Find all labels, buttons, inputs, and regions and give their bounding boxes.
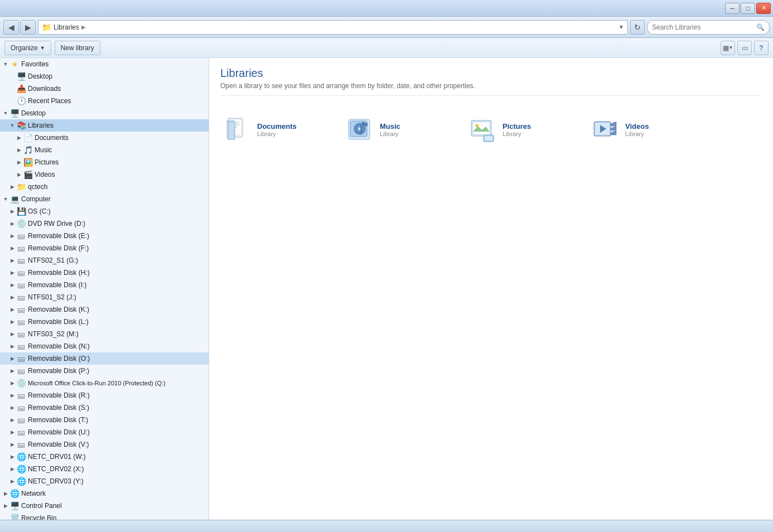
sidebar-item-computer[interactable]: ▼ 💻 Computer xyxy=(0,193,209,205)
computer-expand-icon: ▼ xyxy=(2,196,9,202)
computer-icon: 💻 xyxy=(10,195,19,204)
layout-button[interactable]: ▭ xyxy=(737,41,752,55)
page-title: Libraries xyxy=(220,67,762,80)
qctech-label: qctech xyxy=(28,183,47,191)
organize-button[interactable]: Organize ▼ xyxy=(4,41,51,55)
sidebar-item-rem-p[interactable]: ▶ 🖴 Removable Disk (P:) xyxy=(0,365,209,377)
ntfs-g-label: NTFS02_S1 (G:) xyxy=(28,257,78,264)
library-item-pictures[interactable]: Pictures Library xyxy=(466,113,577,146)
qctech-expand-icon: ▶ xyxy=(9,183,16,190)
control-panel-expand-icon: ▶ xyxy=(2,502,9,509)
minimize-button[interactable]: ─ xyxy=(725,3,740,14)
address-path: Libraries ▶ xyxy=(54,23,86,31)
library-item-videos[interactable]: Videos Library xyxy=(588,113,700,146)
sidebar-item-music[interactable]: ▶ 🎵 Music xyxy=(0,144,209,156)
rem-u-expand-icon: ▶ xyxy=(9,429,16,436)
sidebar-item-recent-places[interactable]: 🕐 Recent Places xyxy=(0,95,209,107)
sidebar-item-ms-office-q[interactable]: ▶ 💿 Microsoft Office Click-to-Run 2010 (… xyxy=(0,377,209,389)
view-arrow: ▼ xyxy=(729,45,733,50)
sidebar-item-rem-i[interactable]: ▶ 🖴 Removable Disk (I:) xyxy=(0,279,209,291)
forward-button[interactable]: ▶ xyxy=(20,20,36,35)
sidebar-item-netc-x[interactable]: ▶ 🌐 NETC_DRV02 (X:) xyxy=(0,463,209,475)
rem-t-icon: 🖴 xyxy=(17,415,26,424)
sidebar-item-rem-s[interactable]: ▶ 🖴 Removable Disk (S:) xyxy=(0,402,209,414)
sidebar-item-ntfs-m[interactable]: ▶ 🖴 NTFS03_S2 (M:) xyxy=(0,328,209,340)
sidebar-item-qctech[interactable]: ▶ 📁 qctech xyxy=(0,181,209,193)
sidebar-item-videos[interactable]: ▶ 🎬 Videos xyxy=(0,168,209,181)
sidebar-item-control-panel[interactable]: ▶ 🖥️ Control Panel xyxy=(0,500,209,512)
recent-label: Recent Places xyxy=(28,97,71,105)
address-box[interactable]: 📁 Libraries ▶ ▼ xyxy=(38,20,628,35)
rem-e-label: Removable Disk (E:) xyxy=(28,232,89,240)
music-label: Music xyxy=(35,146,52,154)
search-input[interactable] xyxy=(652,23,754,31)
computer-label: Computer xyxy=(21,195,51,203)
refresh-button[interactable]: ↻ xyxy=(630,20,645,35)
sidebar-item-desktop[interactable]: 🖥️ Desktop xyxy=(0,70,209,83)
sidebar-item-pictures[interactable]: ▶ 🖼️ Pictures xyxy=(0,156,209,168)
rem-r-expand-icon: ▶ xyxy=(9,392,16,399)
toolbar: Organize ▼ New library ▦ ▼ ▭ ? xyxy=(0,38,773,58)
desktop-label: Desktop xyxy=(28,72,52,80)
sidebar-item-recycle-bin[interactable]: 🗑️ Recycle Bin xyxy=(0,512,209,520)
sidebar-item-rem-r[interactable]: ▶ 🖴 Removable Disk (R:) xyxy=(0,389,209,402)
sidebar-item-ntfs-g[interactable]: ▶ 🖴 NTFS02_S1 (G:) xyxy=(0,254,209,267)
sidebar-item-documents[interactable]: ▶ 📄 Documents xyxy=(0,132,209,144)
library-item-music[interactable]: Music Library xyxy=(343,113,455,146)
sidebar-item-rem-o[interactable]: ▶ 🖴 Removable Disk (O:) xyxy=(0,352,209,365)
downloads-expand-icon xyxy=(9,85,16,92)
search-box[interactable]: 🔍 xyxy=(647,20,770,35)
sidebar-item-rem-u[interactable]: ▶ 🖴 Removable Disk (U:) xyxy=(0,426,209,438)
netc-w-icon: 🌐 xyxy=(17,452,26,461)
library-item-documents[interactable]: Documents Library xyxy=(220,113,332,146)
help-button[interactable]: ? xyxy=(754,41,769,55)
sidebar-item-netc-y[interactable]: ▶ 🌐 NETC_DRV03 (Y:) xyxy=(0,475,209,487)
close-button[interactable]: ✕ xyxy=(756,3,771,14)
organize-label: Organize xyxy=(11,44,38,52)
sidebar-item-desktop-group[interactable]: ▼ 🖥️ Desktop xyxy=(0,107,209,119)
sidebar-item-rem-n[interactable]: ▶ 🖴 Removable Disk (N:) xyxy=(0,340,209,352)
sidebar-item-netc-w[interactable]: ▶ 🌐 NETC_DRV01 (W:) xyxy=(0,451,209,463)
main-content: ▼ ★ Favorites 🖥️ Desktop 📥 Downloads 🕐 R… xyxy=(0,58,773,520)
music-icon: 🎵 xyxy=(23,146,32,154)
sidebar-item-favorites[interactable]: ▼ ★ Favorites xyxy=(0,58,209,70)
dvd-expand-icon: ▶ xyxy=(9,220,16,227)
network-label: Network xyxy=(21,490,46,497)
address-dropdown[interactable]: ▼ xyxy=(619,24,624,30)
sidebar-item-rem-l[interactable]: ▶ 🖴 Removable Disk (L:) xyxy=(0,316,209,328)
new-library-label: New library xyxy=(61,44,94,52)
pictures-icon: 🖼️ xyxy=(23,158,32,167)
back-button[interactable]: ◀ xyxy=(3,20,19,35)
maximize-button[interactable]: □ xyxy=(741,3,755,14)
netc-w-expand-icon: ▶ xyxy=(9,453,16,460)
sidebar-item-rem-t[interactable]: ▶ 🖴 Removable Disk (T:) xyxy=(0,414,209,426)
dvd-icon: 💿 xyxy=(17,219,26,228)
music-library-icon xyxy=(346,116,373,143)
favorites-expand-icon: ▼ xyxy=(2,61,9,67)
sidebar-item-rem-k[interactable]: ▶ 🖴 Removable Disk (K:) xyxy=(0,303,209,316)
view-button[interactable]: ▦ ▼ xyxy=(721,41,735,55)
rem-n-icon: 🖴 xyxy=(17,342,26,351)
sidebar-item-libraries[interactable]: ▼ 📚 Libraries xyxy=(0,119,209,132)
sidebar-item-rem-e[interactable]: ▶ 🖴 Removable Disk (E:) xyxy=(0,230,209,242)
sidebar-item-rem-v[interactable]: ▶ 🖴 Removable Disk (V:) xyxy=(0,438,209,451)
library-grid: Documents Library xyxy=(220,107,762,146)
new-library-button[interactable]: New library xyxy=(55,41,100,55)
sidebar-item-ntfs-j[interactable]: ▶ 🖴 NTFS01_S2 (J:) xyxy=(0,291,209,303)
documents-lib-name: Documents xyxy=(257,122,297,130)
sidebar-item-rem-h[interactable]: ▶ 🖴 Removable Disk (H:) xyxy=(0,267,209,279)
sidebar-item-downloads[interactable]: 📥 Downloads xyxy=(0,83,209,95)
rem-f-icon: 🖴 xyxy=(17,244,26,253)
sidebar-item-rem-f[interactable]: ▶ 🖴 Removable Disk (F:) xyxy=(0,242,209,254)
videos-label: Videos xyxy=(35,171,55,178)
rem-s-expand-icon: ▶ xyxy=(9,404,16,411)
address-bar: ◀ ▶ 📁 Libraries ▶ ▼ ↻ 🔍 xyxy=(0,17,773,38)
sidebar-item-os-c[interactable]: ▶ 💾 OS (C:) xyxy=(0,205,209,217)
libraries-expand-icon: ▼ xyxy=(9,122,16,129)
svg-rect-11 xyxy=(473,122,490,134)
path-icon: 📁 xyxy=(42,23,51,32)
sidebar-item-dvd-d[interactable]: ▶ 💿 DVD RW Drive (D:) xyxy=(0,217,209,230)
documents-library-info: Documents Library xyxy=(257,122,297,137)
rem-p-icon: 🖴 xyxy=(17,366,26,375)
sidebar-item-network[interactable]: ▶ 🌐 Network xyxy=(0,487,209,500)
